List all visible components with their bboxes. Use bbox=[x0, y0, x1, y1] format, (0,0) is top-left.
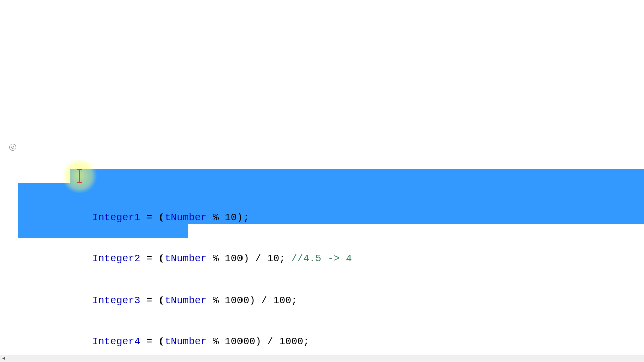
code-line[interactable]: Integer3 = (tNumber % 1000) / 100; bbox=[18, 294, 644, 308]
code-line[interactable]: Integer4 = (tNumber % 10000) / 1000; bbox=[18, 335, 644, 349]
code-editor[interactable]: ⊖ Integer1 = (tNumber % 10); Integer2 = … bbox=[0, 0, 644, 362]
code-area[interactable]: Integer1 = (tNumber % 10); Integer2 = (t… bbox=[18, 0, 644, 362]
code-line[interactable]: Integer1 = (tNumber % 10); bbox=[18, 211, 644, 225]
scroll-left-icon[interactable]: ◄ bbox=[0, 355, 7, 362]
editor-gutter: ⊖ bbox=[0, 0, 18, 362]
text-caret-icon bbox=[79, 170, 80, 182]
code-line[interactable]: Integer2 = (tNumber % 100) / 10; //4.5 -… bbox=[18, 252, 644, 266]
code-content: Integer1 = (tNumber % 10); Integer2 = (t… bbox=[18, 169, 644, 362]
fold-collapse-icon[interactable]: ⊖ bbox=[9, 144, 16, 151]
